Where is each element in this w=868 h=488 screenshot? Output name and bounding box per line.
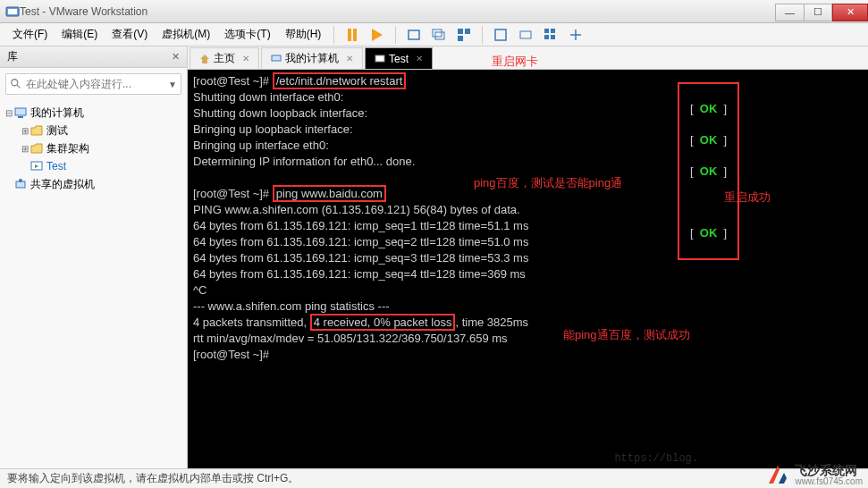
tab-close-icon[interactable]: ✕ bbox=[416, 54, 423, 63]
window-title: Test - VMware Workstation bbox=[20, 5, 775, 18]
tree-label: 测试 bbox=[46, 123, 68, 139]
terminal-line: 64 bytes from 61.135.169.121: icmp_seq=2… bbox=[193, 235, 528, 248]
tab-label: Test bbox=[389, 53, 409, 65]
toolbar-fullscreen[interactable] bbox=[490, 25, 511, 45]
tab-test[interactable]: Test ✕ bbox=[365, 47, 433, 69]
watermark-url: www.fs0745.com bbox=[795, 476, 863, 486]
play-button[interactable] bbox=[367, 25, 388, 45]
svg-rect-11 bbox=[551, 29, 555, 33]
svg-rect-9 bbox=[520, 31, 531, 38]
pause-button[interactable] bbox=[341, 25, 363, 45]
sidebar-title: 库 bbox=[7, 49, 18, 64]
svg-rect-22 bbox=[272, 55, 281, 61]
terminal-line: Shutting down interface eth0: bbox=[193, 90, 343, 104]
toolbar-snapshot2[interactable] bbox=[428, 25, 450, 45]
tab-close-icon[interactable]: ✕ bbox=[242, 54, 249, 63]
toolbar-manage[interactable] bbox=[453, 25, 475, 45]
search-input[interactable] bbox=[26, 78, 164, 90]
tab-close-icon[interactable]: ✕ bbox=[346, 54, 353, 63]
app-icon bbox=[5, 4, 20, 19]
separator bbox=[333, 26, 334, 44]
tree-label: 共享的虚拟机 bbox=[30, 177, 95, 192]
grid-icon bbox=[457, 28, 471, 42]
menu-view[interactable]: 查看(V) bbox=[105, 23, 155, 46]
minimize-button[interactable]: — bbox=[775, 4, 804, 21]
prompt: [root@Test ~]# bbox=[193, 348, 273, 361]
svg-point-21 bbox=[19, 179, 22, 182]
tree-node-shared[interactable]: 共享的虚拟机 bbox=[0, 175, 187, 193]
close-button[interactable]: ✕ bbox=[832, 4, 868, 21]
svg-rect-5 bbox=[458, 29, 463, 34]
svg-rect-23 bbox=[375, 55, 384, 62]
terminal-line: 64 bytes from 61.135.169.121: icmp_seq=1… bbox=[193, 219, 528, 232]
tree-node-test1[interactable]: ⊞ 测试 bbox=[0, 122, 187, 139]
snapshot-icon bbox=[432, 28, 446, 42]
svg-marker-25 bbox=[779, 473, 787, 484]
menu-file[interactable]: 文件(F) bbox=[5, 23, 55, 46]
sidebar: 库 ✕ ▼ ⊟ 我的计算机 ⊞ 测试 ⊞ 集群架构 bbox=[0, 46, 188, 468]
vm-icon bbox=[30, 160, 43, 172]
library-tree: ⊟ 我的计算机 ⊞ 测试 ⊞ 集群架构 Test bbox=[0, 100, 187, 197]
command-highlight: /etc/init.d/network restart bbox=[273, 72, 407, 89]
toolbar-snapshot[interactable] bbox=[403, 25, 425, 45]
pause-icon bbox=[348, 29, 357, 41]
menu-help[interactable]: 帮助(H) bbox=[278, 23, 329, 46]
tree-node-cluster[interactable]: ⊞ 集群架构 bbox=[0, 139, 187, 157]
menu-tabs[interactable]: 选项卡(T) bbox=[217, 23, 277, 46]
svg-rect-10 bbox=[544, 29, 549, 33]
annotation-ping-test: ping百度，测试是否能ping通 bbox=[474, 175, 622, 190]
content-area: 主页 ✕ 我的计算机 ✕ Test ✕ [root@Test ~]# /etc/… bbox=[188, 46, 868, 468]
fullscreen-icon bbox=[493, 28, 508, 42]
terminal-line: PING www.a.shifen.com (61.135.169.121) 5… bbox=[193, 203, 520, 216]
search-dropdown[interactable]: ▼ bbox=[164, 80, 181, 89]
thumbnail-icon bbox=[544, 28, 558, 42]
vm-icon bbox=[375, 54, 385, 64]
stretch-icon bbox=[569, 28, 583, 42]
toolbar-stretch[interactable] bbox=[565, 25, 586, 45]
search-box[interactable]: ▼ bbox=[5, 73, 181, 95]
menu-edit[interactable]: 编辑(E) bbox=[55, 23, 105, 46]
terminal-line: Determining IP information for eth0... d… bbox=[193, 155, 415, 168]
tab-home[interactable]: 主页 ✕ bbox=[190, 47, 259, 69]
shared-icon bbox=[14, 178, 27, 190]
computer-icon bbox=[271, 54, 282, 64]
window-controls: — ☐ ✕ bbox=[775, 2, 868, 21]
result-highlight: 4 received, 0% packet loss bbox=[310, 314, 456, 331]
folder-icon bbox=[30, 142, 43, 155]
terminal[interactable]: [root@Test ~]# /etc/init.d/network resta… bbox=[188, 70, 868, 468]
tree-node-test-vm[interactable]: Test bbox=[0, 157, 187, 175]
tab-mycomputer[interactable]: 我的计算机 ✕ bbox=[261, 47, 363, 69]
statusbar-text: 要将输入定向到该虚拟机，请在虚拟机内部单击或按 Ctrl+G。 bbox=[7, 471, 299, 486]
watermark-name: 飞沙系统网 bbox=[795, 464, 863, 476]
prompt: [root@Test ~]# bbox=[193, 74, 273, 88]
terminal-text: , time 3825ms bbox=[455, 316, 528, 329]
search-icon bbox=[10, 78, 22, 90]
main-area: 库 ✕ ▼ ⊟ 我的计算机 ⊞ 测试 ⊞ 集群架构 bbox=[0, 46, 868, 468]
svg-rect-8 bbox=[495, 29, 506, 40]
svg-rect-13 bbox=[551, 35, 555, 39]
maximize-button[interactable]: ☐ bbox=[804, 4, 832, 21]
toolbar-unity[interactable] bbox=[515, 25, 536, 45]
unity-icon bbox=[518, 28, 533, 42]
svg-rect-16 bbox=[15, 108, 26, 115]
svg-rect-20 bbox=[16, 181, 25, 188]
computer-icon bbox=[14, 106, 27, 119]
menubar: 文件(F) 编辑(E) 查看(V) 虚拟机(M) 选项卡(T) 帮助(H) bbox=[0, 23, 868, 46]
tree-label: Test bbox=[46, 160, 66, 172]
tree-node-mycomputer[interactable]: ⊟ 我的计算机 bbox=[0, 104, 187, 122]
sidebar-close-button[interactable]: ✕ bbox=[172, 51, 180, 63]
statusbar: 要将输入定向到该虚拟机，请在虚拟机内部单击或按 Ctrl+G。 bbox=[0, 468, 868, 488]
tab-label: 主页 bbox=[214, 51, 235, 66]
toolbar-thumbnail[interactable] bbox=[540, 25, 561, 45]
separator bbox=[482, 26, 483, 44]
menu-vm[interactable]: 虚拟机(M) bbox=[155, 23, 217, 46]
sidebar-header: 库 ✕ bbox=[0, 46, 187, 68]
play-icon bbox=[372, 29, 383, 41]
prompt: [root@Test ~]# bbox=[193, 187, 273, 200]
svg-rect-17 bbox=[18, 116, 23, 118]
titlebar: Test - VMware Workstation — ☐ ✕ bbox=[0, 0, 868, 23]
tree-label: 我的计算机 bbox=[30, 105, 84, 121]
site-watermark: 飞沙系统网 www.fs0745.com bbox=[766, 463, 863, 486]
svg-rect-4 bbox=[435, 32, 444, 39]
terminal-line: 64 bytes from 61.135.169.121: icmp_seq=4… bbox=[193, 267, 526, 281]
